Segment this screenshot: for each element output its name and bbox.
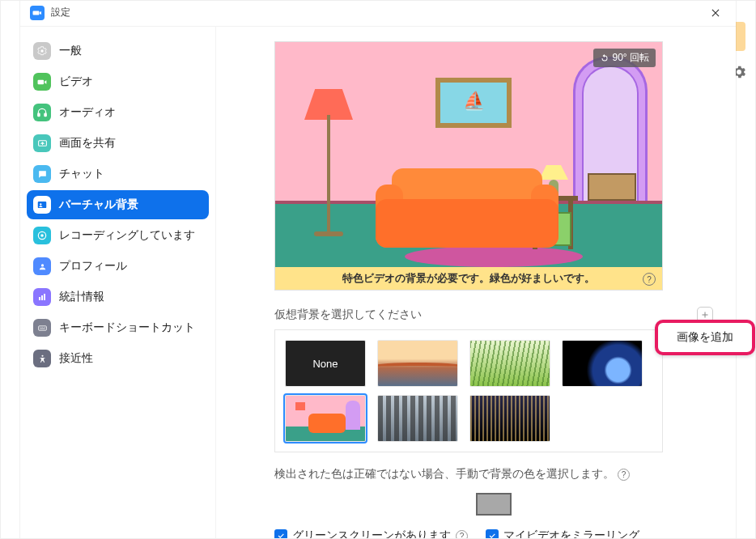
add-image-tooltip-label: 画像を追加 — [677, 330, 733, 345]
sidebar-item-label: ビデオ — [59, 74, 93, 89]
thumb-room[interactable] — [285, 395, 366, 442]
checkbox-greenscreen-label: グリーンスクリーンがあります — [292, 528, 451, 539]
thumb-grass[interactable] — [469, 340, 550, 387]
svg-point-5 — [40, 203, 41, 205]
svg-rect-11 — [44, 294, 45, 300]
sidebar-item-label: 一般 — [59, 44, 82, 58]
sidebar-item-accessibility[interactable]: 接近性 — [27, 344, 209, 373]
help-icon[interactable]: ? — [643, 273, 656, 286]
choose-bg-label: 仮想背景を選択してください — [274, 308, 422, 322]
chat-icon — [33, 165, 51, 183]
sidebar-item-general[interactable]: 一般 — [27, 36, 209, 66]
checkbox-mirror[interactable]: マイビデオをミラーリング — [486, 528, 639, 539]
detected-color-swatch[interactable] — [476, 493, 512, 516]
svg-rect-10 — [41, 295, 43, 300]
sidebar-item-label: 画面を共有 — [59, 136, 116, 151]
video-icon — [33, 73, 51, 91]
svg-rect-12 — [38, 325, 46, 329]
sidebar-item-label: 接近性 — [59, 351, 93, 366]
settings-sidebar: 一般 ビデオ オーディオ — [20, 27, 216, 539]
settings-dialog: 設定 一般 ビデオ — [20, 0, 736, 539]
sidebar-item-chat[interactable]: チャット — [27, 159, 209, 189]
page-root: 設定 一般 ビデオ — [0, 0, 756, 539]
svg-rect-2 — [45, 113, 46, 117]
zoom-app-icon — [30, 6, 45, 20]
help-icon[interactable]: ? — [618, 469, 630, 481]
checkbox-mirror-label: マイビデオをミラーリング — [503, 528, 639, 539]
profile-icon — [33, 257, 51, 275]
close-button[interactable] — [705, 2, 726, 23]
sidebar-item-keyboard[interactable]: キーボードショートカット — [27, 313, 209, 342]
content-pane: ⛵ 90° 回転 特色ビデオの背景が必要です。緑色が好ましいです。 ? — [216, 27, 736, 539]
add-image-tooltip[interactable]: 画像を追加 — [655, 320, 755, 355]
sidebar-item-label: レコーディングしています — [59, 228, 195, 243]
sidebar-item-label: キーボードショートカット — [59, 320, 195, 335]
dialog-body: 一般 ビデオ オーディオ — [20, 27, 736, 539]
color-swatch-row — [274, 493, 713, 516]
detect-color-text: 検出された色は正確ではない場合、手動で背景の色を選択します。 ? — [274, 467, 713, 482]
svg-point-13 — [41, 354, 43, 356]
cartoon-room-illustration: ⛵ — [275, 42, 662, 290]
check-icon — [274, 529, 287, 539]
sidebar-item-virtual-background[interactable]: バーチャル背景 — [27, 190, 209, 219]
thumb-none-label: None — [312, 358, 338, 370]
thumb-city-night[interactable] — [469, 395, 550, 442]
rotate-label: 90° 回転 — [613, 51, 649, 65]
sidebar-item-label: バーチャル背景 — [59, 197, 138, 212]
thumb-bridge[interactable] — [377, 340, 458, 387]
svg-rect-1 — [38, 113, 40, 117]
share-screen-icon — [33, 134, 51, 152]
thumb-none[interactable]: None — [285, 340, 366, 387]
sidebar-item-recording[interactable]: レコーディングしています — [27, 221, 209, 250]
sidebar-item-share-screen[interactable]: 画面を共有 — [27, 129, 209, 158]
sidebar-item-label: オーディオ — [59, 105, 116, 120]
checkbox-row: グリーンスクリーンがあります ? マイビデオをミラーリング — [274, 528, 713, 539]
choose-bg-heading: 仮想背景を選択してください — [274, 307, 713, 323]
check-icon — [486, 529, 499, 539]
gear-icon — [33, 42, 51, 60]
dialog-header: 設定 — [20, 0, 736, 27]
sidebar-item-video[interactable]: ビデオ — [27, 67, 209, 96]
headphones-icon — [33, 104, 51, 121]
help-icon[interactable]: ? — [456, 530, 468, 540]
background-thumbnails: None — [274, 329, 663, 452]
accessibility-icon — [33, 350, 51, 367]
background-preview: ⛵ 90° 回転 特色ビデオの背景が必要です。緑色が好ましいです。 ? — [274, 41, 663, 291]
virtual-bg-icon — [33, 196, 51, 214]
sidebar-item-statistics[interactable]: 統計情報 — [27, 282, 209, 312]
keyboard-icon — [33, 319, 51, 337]
preview-warning: 特色ビデオの背景が必要です。緑色が好ましいです。 — [275, 267, 662, 290]
svg-rect-9 — [39, 297, 40, 300]
dialog-title: 設定 — [51, 6, 70, 19]
thumb-city-day[interactable] — [377, 395, 458, 442]
record-icon — [33, 227, 51, 244]
rotate-button[interactable]: 90° 回転 — [593, 49, 656, 67]
svg-point-7 — [40, 234, 44, 237]
svg-point-0 — [40, 49, 44, 53]
sidebar-item-audio[interactable]: オーディオ — [27, 98, 209, 127]
thumb-earth[interactable] — [562, 340, 643, 387]
detect-color-label: 検出された色は正確ではない場合、手動で背景の色を選択します。 — [274, 467, 614, 482]
svg-point-8 — [40, 264, 43, 266]
stats-icon — [33, 288, 51, 306]
sidebar-item-label: チャット — [59, 167, 104, 181]
sidebar-item-label: プロフィール — [59, 259, 127, 274]
checkbox-greenscreen[interactable]: グリーンスクリーンがあります ? — [274, 528, 468, 539]
sidebar-item-label: 統計情報 — [59, 290, 104, 304]
sidebar-item-profile[interactable]: プロフィール — [27, 252, 209, 281]
